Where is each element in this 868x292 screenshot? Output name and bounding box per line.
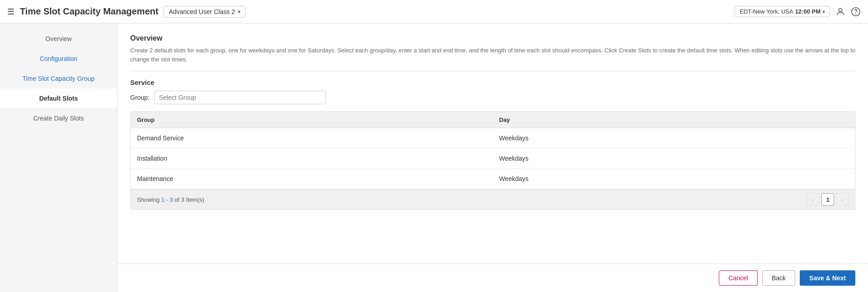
- timezone-dropdown[interactable]: EDT-New York, USA 12:00 PM ▾: [735, 6, 830, 17]
- group-label: Group:: [130, 94, 150, 101]
- group-select-input[interactable]: [154, 91, 326, 104]
- pagination-controls: ‹ 1 ›: [807, 193, 849, 206]
- service-label: Service: [130, 79, 855, 86]
- row-day-0: Weekdays: [493, 128, 855, 148]
- table-row[interactable]: Installation Weekdays: [131, 148, 855, 169]
- table-row[interactable]: Demand Service Weekdays: [131, 128, 855, 148]
- time-display: 12:00 PM: [795, 8, 821, 15]
- row-day-1: Weekdays: [493, 148, 855, 168]
- sidebar: Overview Configuration Time Slot Capacit…: [0, 23, 118, 292]
- column-group: Group: [131, 112, 493, 128]
- sidebar-item-overview[interactable]: Overview: [0, 29, 117, 49]
- cancel-button[interactable]: Cancel: [719, 270, 758, 286]
- timezone-label: EDT-New York, USA: [740, 8, 793, 15]
- app-layout: Overview Configuration Time Slot Capacit…: [0, 23, 868, 292]
- timezone-chevron-icon: ▾: [822, 9, 825, 15]
- help-button[interactable]: [851, 7, 861, 17]
- content-area: Overview Create 2 default slots for each…: [118, 23, 868, 264]
- sidebar-item-configuration[interactable]: Configuration: [0, 49, 117, 69]
- service-section: Service Group:: [130, 79, 855, 104]
- row-group-0: Demand Service: [131, 128, 493, 148]
- footer-bar: Cancel Back Save & Next: [118, 264, 868, 292]
- row-group-1: Installation: [131, 148, 493, 168]
- save-next-button[interactable]: Save & Next: [800, 270, 855, 286]
- app-header: ☰ Time Slot Capacity Management Advanced…: [0, 0, 868, 23]
- section-divider: [130, 71, 855, 71]
- table-header: Group Day: [131, 112, 855, 128]
- svg-point-2: [856, 14, 856, 14]
- user-class-dropdown[interactable]: Advanced User Class 2 ▾: [164, 6, 245, 18]
- section-title: Overview: [130, 34, 855, 42]
- column-day: Day: [493, 112, 855, 128]
- user-class-label: Advanced User Class 2: [169, 8, 235, 15]
- pagination-info: Showing 1 - 3 of 3 Item(s): [137, 196, 204, 203]
- user-profile-button[interactable]: [835, 7, 845, 17]
- back-button[interactable]: Back: [762, 270, 795, 286]
- row-group-2: Maintenance: [131, 169, 493, 189]
- prev-page-button[interactable]: ‹: [807, 193, 820, 206]
- menu-icon[interactable]: ☰: [7, 7, 14, 17]
- group-row: Group:: [130, 91, 855, 104]
- next-page-button[interactable]: ›: [836, 193, 849, 206]
- table-footer: Showing 1 - 3 of 3 Item(s) ‹ 1 ›: [131, 189, 855, 209]
- header-right: EDT-New York, USA 12:00 PM ▾: [735, 6, 861, 17]
- row-day-2: Weekdays: [493, 169, 855, 189]
- main-content: Overview Create 2 default slots for each…: [118, 23, 868, 292]
- sidebar-item-create-daily-slots[interactable]: Create Daily Slots: [0, 108, 117, 128]
- sidebar-item-time-slot-capacity-group[interactable]: Time Slot Capacity Group: [0, 69, 117, 88]
- pagination-range: 1 - 3: [161, 196, 173, 203]
- page-1-button[interactable]: 1: [821, 193, 834, 206]
- table-row[interactable]: Maintenance Weekdays: [131, 169, 855, 189]
- page-title: Time Slot Capacity Management: [20, 6, 158, 17]
- service-table: Group Day Demand Service Weekdays Instal…: [130, 111, 855, 210]
- dropdown-chevron-icon: ▾: [238, 9, 241, 15]
- sidebar-item-default-slots[interactable]: Default Slots: [0, 88, 117, 108]
- svg-point-0: [839, 8, 842, 11]
- section-description: Create 2 default slots for each group, o…: [130, 46, 855, 64]
